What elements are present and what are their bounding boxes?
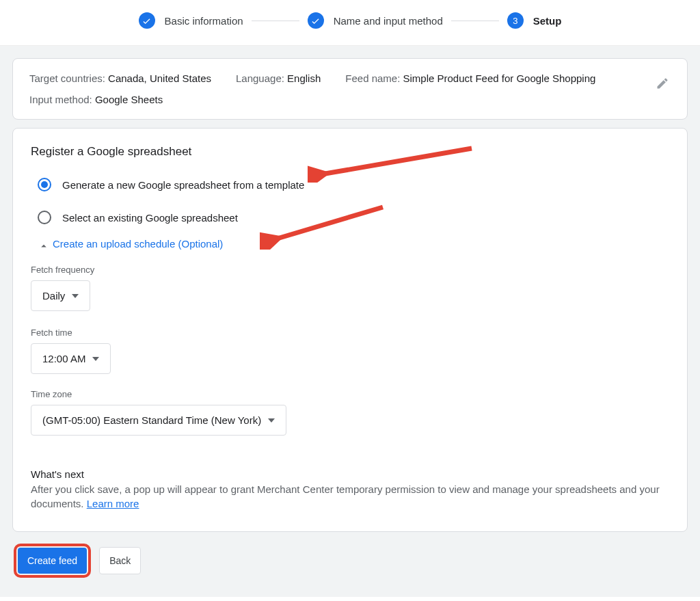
fetch-frequency-select[interactable]: Daily [31, 280, 90, 311]
summary-language: Language: English [236, 72, 321, 84]
edit-icon[interactable] [656, 77, 669, 93]
back-button[interactable]: Back [99, 547, 141, 574]
radio-generate-label: Generate a new Google spreadsheet from a… [62, 179, 304, 191]
step1-label: Basic information [165, 15, 243, 27]
fetch-freq-label: Fetch frequency [31, 265, 669, 275]
whats-next-section: What's next After you click save, a pop … [31, 468, 669, 511]
step-connector [451, 21, 499, 21]
fetch-time-label: Fetch time [31, 328, 669, 338]
fetch-time-group: Fetch time 12:00 AM [31, 328, 669, 374]
step3-label: Setup [533, 15, 562, 27]
fetch-frequency-group: Fetch frequency Daily [31, 265, 669, 311]
step-connector [252, 21, 299, 21]
step-basic-info: Basic information [139, 12, 243, 29]
radio-generate-template[interactable]: Generate a new Google spreadsheet from a… [38, 171, 669, 204]
whats-next-heading: What's next [31, 468, 669, 480]
summary-card: Target countries: Canada, United States … [12, 58, 688, 120]
radio-select-label: Select an existing Google spreadsheet [62, 212, 238, 224]
learn-more-link[interactable]: Learn more [87, 498, 139, 509]
timezone-value: (GMT-05:00) Eastern Standard Time (New Y… [42, 414, 261, 426]
step-name-input: Name and input method [308, 12, 443, 29]
check-icon [139, 12, 155, 29]
radio-icon [38, 211, 51, 224]
radio-icon [38, 178, 51, 191]
whats-next-body: After you click save, a pop up will appe… [31, 482, 669, 511]
timezone-group: Time zone (GMT-05:00) Eastern Standard T… [31, 389, 669, 436]
timezone-label: Time zone [31, 389, 669, 399]
summary-countries: Target countries: Canada, United States [29, 72, 211, 84]
dropdown-icon [92, 353, 99, 364]
dropdown-icon [268, 414, 275, 426]
summary-input-method: Input method: Google Sheets [29, 94, 163, 105]
fetch-time-select[interactable]: 12:00 AM [31, 343, 111, 374]
step2-label: Name and input method [334, 15, 443, 27]
radio-select-existing[interactable]: Select an existing Google spreadsheet [38, 204, 669, 237]
stepper-header: Basic information Name and input method … [0, 0, 700, 46]
step-setup: 3 Setup [507, 12, 562, 29]
action-row: Create feed Back [12, 547, 688, 574]
setup-card: Register a Google spreadsheet Generate a… [12, 128, 688, 532]
check-icon [308, 12, 324, 29]
create-feed-button[interactable]: Create feed [18, 548, 87, 574]
upload-schedule-toggle[interactable]: Create an upload schedule (Optional) [31, 237, 669, 256]
fetch-time-value: 12:00 AM [42, 353, 85, 364]
dropdown-icon [72, 290, 79, 302]
section-title: Register a Google spreadsheet [31, 145, 669, 159]
fetch-freq-value: Daily [42, 290, 65, 302]
timezone-select[interactable]: (GMT-05:00) Eastern Standard Time (New Y… [31, 405, 286, 436]
chevron-up-icon [38, 240, 46, 248]
summary-feedname: Feed name: Simple Product Feed for Googl… [345, 72, 595, 84]
step3-number: 3 [507, 12, 524, 29]
schedule-link-label: Create an upload schedule (Optional) [53, 238, 223, 250]
